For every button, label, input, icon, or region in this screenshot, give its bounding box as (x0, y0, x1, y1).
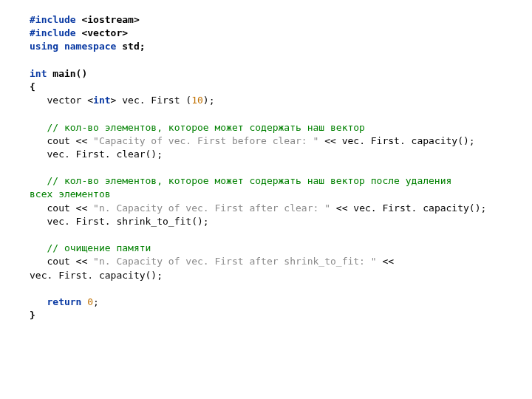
main-func: main() (47, 68, 87, 79)
code-block: #include <iostream> #include <vector> us… (0, 0, 532, 335)
decl-pre: vector < (30, 95, 93, 106)
string-2: "n. Capacity of vec. First after clear: … (93, 202, 330, 214)
string-3: "n. Capacity of vec. First after shrink_… (93, 256, 377, 267)
include-directive-1: #include (30, 14, 76, 25)
clear-call: vec. First. clear(); (30, 149, 163, 160)
comment-2a: // кол-во элементов, которое может содер… (30, 175, 451, 186)
cout-2b: << vec. First. capacity(); (330, 202, 486, 214)
decl-int: int (93, 95, 110, 106)
decl-num: 10 (191, 95, 203, 106)
include-directive-2: #include (30, 27, 76, 38)
open-brace: { (30, 81, 35, 92)
close-brace: } (30, 310, 35, 321)
return-end: ; (93, 296, 99, 307)
cout-3a: cout << (30, 256, 93, 267)
using-namespace: using namespace (30, 41, 116, 52)
int-keyword: int (30, 68, 47, 79)
cout-3c: vec. First. capacity(); (30, 270, 163, 281)
return-num: 0 (87, 296, 93, 307)
comment-3: // очищение памяти (30, 242, 151, 253)
return-keyword: return (47, 296, 81, 307)
comment-2b: всех элементов (30, 188, 111, 200)
std-token: std; (116, 41, 145, 52)
decl-mid: > vec. First ( (111, 95, 192, 106)
shrink-call: vec. First. shrink_to_fit(); (30, 216, 209, 227)
cout-1b: << vec. First. capacity(); (318, 135, 474, 146)
return-pre (30, 296, 47, 307)
include-arg-2: <vector> (76, 27, 128, 38)
include-arg-1: <iostream> (76, 14, 140, 25)
cout-2a: cout << (30, 202, 93, 214)
decl-end: ); (203, 95, 215, 106)
cout-1a: cout << (30, 135, 93, 146)
cout-3b: << (377, 256, 394, 267)
string-1: "Capacity of vec. First before clear: " (93, 135, 318, 146)
comment-1: // кол-во элементов, которое может содер… (30, 122, 365, 133)
